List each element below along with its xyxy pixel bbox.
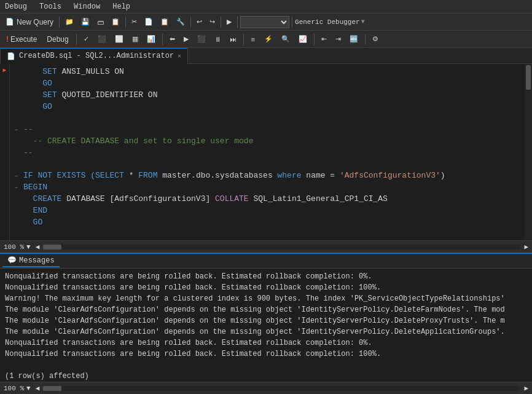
fold-indicator[interactable]: − (15, 171, 23, 182)
editor-scroll-right[interactable]: ▶ (524, 243, 528, 251)
editor-zoom-label: 100 % (4, 243, 24, 251)
debug-button[interactable]: Debug (43, 34, 72, 45)
editor-body: ▶ SET ANSI_NULLS ON GO SET QUOTED_IDENTI… (0, 64, 532, 240)
code-content: GO (23, 217, 42, 228)
message-line: Nonqualified transactions are being roll… (5, 271, 527, 282)
open-file-button[interactable]: 📁 (62, 15, 77, 29)
fold-indicator (15, 218, 23, 229)
toolbar-exec-6[interactable]: ▶ (181, 33, 192, 46)
redo-button[interactable]: ↪ (206, 15, 218, 29)
messages-tab-bar: 💬 Messages (0, 254, 532, 269)
new-query-button[interactable]: 📄New Query (2, 15, 57, 29)
toolbar-exec-12[interactable]: 🔍 (278, 33, 293, 46)
toolbar-exec-8[interactable]: ⏸ (211, 33, 224, 46)
editor-line (15, 229, 520, 240)
cut-button[interactable]: ✂ (128, 15, 140, 29)
editor-line: SET QUOTED_IDENTIFIER ON (15, 90, 520, 101)
messages-zoom-down[interactable]: ▼ (26, 385, 31, 392)
toolbar-exec-2[interactable]: ⬜ (112, 33, 127, 46)
undo-button[interactable]: ↩ (194, 15, 205, 29)
fold-indicator (15, 136, 23, 148)
messages-scroll-left[interactable]: ◀ (36, 384, 40, 392)
editor-line: -- CREATE DATABASE and set to single use… (15, 136, 520, 148)
menu-debug[interactable]: Debug (2, 1, 29, 12)
editor-hscroll[interactable] (43, 245, 520, 250)
toolbar-exec-13[interactable]: 📈 (295, 33, 310, 46)
toolbar-exec-16[interactable]: 🔤 (346, 33, 361, 46)
toolbar-exec-14[interactable]: ⇤ (318, 33, 330, 46)
editor-scroll-left[interactable]: ◀ (36, 243, 40, 251)
menu-window[interactable]: Window (71, 1, 103, 12)
code-content: -- CREATE DATABASE and set to single use… (23, 136, 253, 147)
fold-indicator (15, 90, 23, 101)
menu-bar: Debug Tools Window Help (0, 0, 532, 14)
fold-indicator[interactable]: − (15, 183, 23, 194)
tab-close-button[interactable]: ✕ (178, 52, 181, 60)
messages-zoom-bar: 100 % ▼ ◀ ▶ (0, 382, 532, 394)
code-content: -- (23, 124, 33, 135)
copy-button[interactable]: 📄 (141, 15, 156, 29)
editor-vscrollbar[interactable] (525, 64, 532, 240)
messages-zoom-label: 100 % (4, 385, 24, 392)
paste-button[interactable]: 📋 (157, 15, 172, 29)
toolbar-exec-1[interactable]: ⬛ (95, 33, 109, 46)
separator-5 (237, 17, 238, 28)
fold-indicator (15, 113, 23, 124)
editor-code-area[interactable]: SET ANSI_NULLS ON GO SET QUOTED_IDENTIFI… (10, 64, 525, 240)
fold-indicator (15, 159, 23, 170)
toolbar-btn-4[interactable]: 📋 (108, 15, 123, 29)
code-content: BEGIN (23, 182, 47, 193)
code-content: END (23, 205, 47, 216)
tab-icon: 📄 (7, 52, 15, 60)
toolbar-btn-11[interactable]: ▶ (224, 15, 235, 29)
messages-tab-label: Messages (19, 256, 55, 265)
fold-indicator (15, 194, 23, 205)
execute-label: Execute (10, 35, 37, 44)
message-line (5, 360, 527, 371)
save-all-button[interactable]: 🗃 (94, 15, 107, 29)
execute-button[interactable]: ! Execute (2, 34, 41, 45)
toolbar-exec-15[interactable]: ⇥ (332, 33, 344, 46)
editor-line: -- (15, 148, 520, 159)
editor-line (15, 159, 520, 170)
toolbar-exec-4[interactable]: 📊 (144, 33, 158, 46)
editor-line: −IF NOT EXISTS (SELECT * FROM master.dbo… (15, 170, 520, 182)
editor-tab[interactable]: 📄 CreateDB.sql - SQL2...Administrator ✕ (0, 48, 188, 64)
separator-1 (59, 17, 60, 28)
editor-zoom-down[interactable]: ▼ (26, 243, 31, 251)
message-line: The module 'ClearAdfsConfiguration' depe… (5, 326, 527, 337)
code-content: SET ANSI_NULLS ON (23, 66, 124, 77)
message-line: Nonqualified transactions are being roll… (5, 337, 527, 349)
separator-3 (190, 17, 191, 28)
separator-6 (292, 17, 292, 28)
toolbar-exec-17[interactable]: ⚙ (369, 33, 381, 46)
messages-tab[interactable]: 💬 Messages (2, 254, 60, 267)
parse-button[interactable]: ✓ (80, 33, 92, 46)
save-button[interactable]: 💾 (78, 15, 93, 29)
editor-line: GO (15, 101, 520, 113)
toolbar-exec-11[interactable]: ⚡ (261, 33, 276, 46)
toolbar-exec-3[interactable]: ▦ (129, 33, 141, 46)
messages-tab-icon: 💬 (7, 256, 17, 265)
fold-indicator (15, 206, 23, 217)
toolbar-exec-9[interactable]: ⏭ (227, 33, 240, 46)
menu-help[interactable]: Help (110, 1, 133, 12)
editor-vscrollbar-thumb (526, 65, 531, 90)
code-content: IF NOT EXISTS (SELECT * FROM master.dbo.… (23, 170, 445, 181)
toolbar-exec-10[interactable]: ≡ (248, 33, 259, 46)
database-dropdown[interactable] (240, 16, 289, 28)
editor-section: 📄 CreateDB.sql - SQL2...Administrator ✕ … (0, 48, 532, 253)
messages-hscroll[interactable] (43, 386, 520, 391)
menu-tools[interactable]: Tools (37, 1, 64, 12)
editor-line: END (15, 205, 520, 217)
toolbar-exec-7[interactable]: ⬛ (194, 33, 209, 46)
toolbar-btn-8[interactable]: 🔧 (173, 15, 188, 29)
messages-content-area[interactable]: Nonqualified transactions are being roll… (0, 269, 532, 382)
toolbar-main: 📄New Query 📁 💾 🗃 📋 ✂ 📄 📋 🔧 ↩ ↪ ▶ Generic… (0, 14, 532, 31)
editor-line: GO (15, 78, 520, 90)
fold-indicator[interactable]: − (15, 125, 23, 136)
debugger-dropdown-icon[interactable]: ▼ (361, 18, 365, 25)
separator-4 (221, 17, 221, 28)
toolbar-exec-5[interactable]: ⬅ (166, 33, 178, 46)
messages-scroll-right[interactable]: ▶ (524, 384, 528, 392)
